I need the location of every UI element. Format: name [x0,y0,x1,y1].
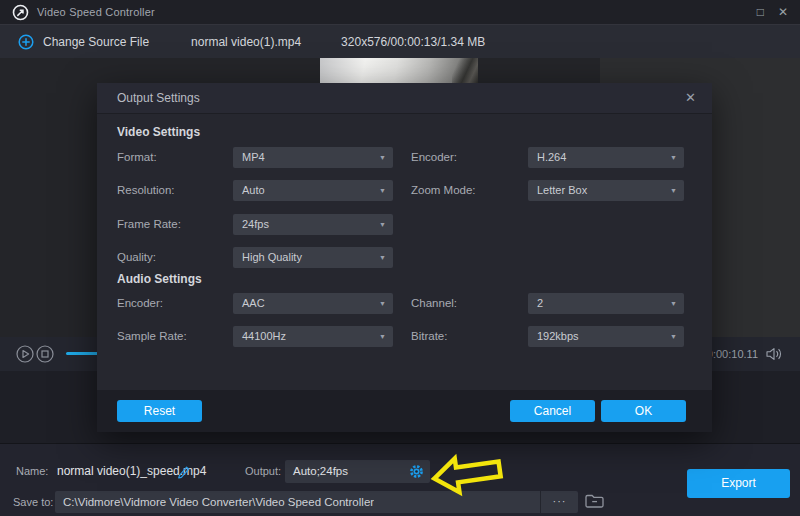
video-encoder-select[interactable]: H.264 ▼ [528,147,684,168]
dialog-close-icon[interactable]: ✕ [685,83,696,113]
annotation-arrow [430,451,508,497]
format-label: Format: [117,147,157,168]
export-panel: Name: normal video(1)_speed.mp4 Output: … [0,443,800,516]
output-settings-gear-icon[interactable] [409,464,424,479]
chevron-down-icon: ▼ [670,180,677,201]
plus-circle-icon [18,34,34,50]
resolution-label: Resolution: [117,180,175,201]
volume-icon[interactable] [765,347,784,361]
video-frame-sliver [320,58,478,84]
window-title: Video Speed Controller [37,6,155,18]
quality-select[interactable]: High Quality ▼ [233,247,393,268]
frame-rate-label: Frame Rate: [117,214,181,235]
save-to-label: Save to: [13,491,53,513]
chevron-down-icon: ▼ [379,247,386,268]
browse-button[interactable]: ··· [540,491,578,513]
dialog-title: Output Settings [117,83,200,113]
bitrate-select[interactable]: 192kbps ▼ [528,326,684,347]
rename-pencil-icon[interactable] [176,464,191,479]
output-label: Output: [245,460,281,483]
chevron-down-icon: ▼ [670,293,677,314]
stop-button[interactable] [36,345,54,363]
play-button[interactable] [16,345,34,363]
chevron-down-icon: ▼ [379,147,386,168]
output-format-value: Auto;24fps [293,460,348,483]
change-source-file-button[interactable]: Change Source File [18,34,149,50]
channel-label: Channel: [411,293,457,314]
format-select[interactable]: MP4 ▼ [233,147,393,168]
sample-rate-label: Sample Rate: [117,326,187,347]
name-label: Name: [16,460,48,483]
change-source-file-label: Change Source File [43,35,149,49]
maximize-button[interactable]: □ [757,6,764,18]
chevron-down-icon: ▼ [670,147,677,168]
app-window: Video Speed Controller □ ✕ Change Source… [0,0,800,516]
chevron-down-icon: ▼ [379,180,386,201]
resolution-select[interactable]: Auto ▼ [233,180,393,201]
chevron-down-icon: ▼ [379,214,386,235]
reset-button[interactable]: Reset [117,400,202,422]
save-path-value: C:\Vidmore\Vidmore Video Converter\Video… [63,491,374,513]
source-file-info: 320x576/00:00:13/1.34 MB [341,35,485,49]
bitrate-label: Bitrate: [411,326,447,347]
audio-encoder-label: Encoder: [117,293,163,314]
audio-settings-heading: Audio Settings [117,272,202,286]
cancel-button[interactable]: Cancel [510,400,595,422]
chevron-down-icon: ▼ [379,326,386,347]
export-button[interactable]: Export [687,469,790,498]
output-settings-dialog: Output Settings ✕ Video Settings Format:… [97,83,712,432]
chevron-down-icon: ▼ [379,293,386,314]
zoom-mode-label: Zoom Mode: [411,180,476,201]
video-encoder-label: Encoder: [411,147,457,168]
audio-encoder-select[interactable]: AAC ▼ [233,293,393,314]
close-window-button[interactable]: ✕ [778,6,788,18]
dialog-footer: Reset Cancel OK [97,390,712,432]
app-logo-icon [12,4,29,21]
source-file-name: normal video(1).mp4 [191,35,301,49]
zoom-mode-select[interactable]: Letter Box ▼ [528,180,684,201]
ok-button[interactable]: OK [601,400,686,422]
frame-rate-select[interactable]: 24fps ▼ [233,214,393,235]
open-folder-button[interactable] [584,492,605,509]
channel-select[interactable]: 2 ▼ [528,293,684,314]
dialog-header: Output Settings ✕ [97,83,712,114]
sample-rate-select[interactable]: 44100Hz ▼ [233,326,393,347]
chevron-down-icon: ▼ [670,326,677,347]
video-settings-heading: Video Settings [117,125,200,139]
output-format-field[interactable]: Auto;24fps [285,460,430,483]
title-bar: Video Speed Controller □ ✕ [0,0,800,24]
toolbar: Change Source File normal video(1).mp4 3… [0,24,800,58]
quality-label: Quality: [117,247,156,268]
